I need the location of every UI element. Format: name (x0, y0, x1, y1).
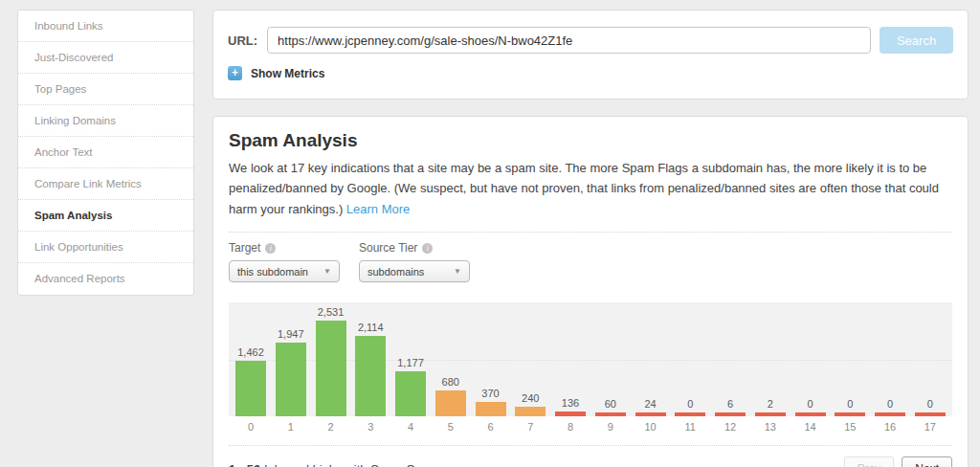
x-tick-label: 11 (675, 421, 705, 433)
chart-bar-group: 0 (675, 398, 705, 416)
chart-bar-group: 680 (435, 376, 466, 416)
x-tick-label: 5 (435, 421, 466, 433)
x-tick-label: 0 (235, 421, 266, 433)
chart-bar-group: 370 (476, 388, 506, 416)
chart-xaxis: 01234567891011121314151617 (229, 421, 952, 433)
plus-icon[interactable]: + (228, 66, 242, 80)
chevron-down-icon: ▼ (323, 267, 331, 276)
chart-bar (915, 412, 946, 416)
chart-bar (235, 361, 266, 416)
chart-bar-group: 2,114 (355, 322, 386, 416)
source-tier-control: Source Tier i subdomains ▼ (359, 241, 470, 282)
chart-bar-group: 240 (515, 392, 546, 416)
x-tick-label: 10 (635, 421, 666, 433)
spam-score-chart: 1,4621,9472,5312,1141,177680370240136602… (229, 302, 952, 416)
sidebar-item-inbound-links[interactable]: Inbound Links (18, 11, 193, 42)
bar-value-label: 370 (481, 388, 499, 399)
show-metrics-toggle[interactable]: Show Metrics (251, 67, 324, 80)
pagination-caption: Inbound Links with Spam Score (264, 462, 439, 467)
target-dropdown[interactable]: this subdomain ▼ (229, 260, 340, 282)
sidebar-item-anchor-text[interactable]: Anchor Text (18, 137, 193, 168)
x-tick-label: 12 (715, 421, 746, 433)
bar-value-label: 136 (562, 397, 579, 409)
bar-value-label: 24 (644, 398, 656, 410)
x-tick-label: 6 (476, 421, 506, 433)
pagination-range: 1 - 50 (229, 462, 260, 467)
source-tier-info-icon[interactable]: i (422, 243, 433, 254)
bar-value-label: 0 (887, 398, 893, 410)
bar-value-label: 2,114 (358, 322, 384, 333)
search-button[interactable]: Search (880, 27, 953, 54)
sidebar-item-spam-analysis[interactable]: Spam Analysis (18, 200, 193, 232)
chart-bar (276, 343, 306, 416)
url-input[interactable] (267, 27, 871, 54)
sidebar-item-just-discovered[interactable]: Just-Discovered (18, 42, 193, 74)
x-tick-label: 2 (316, 421, 346, 433)
chart-bar-group: 6 (715, 398, 746, 416)
x-tick-label: 16 (875, 421, 905, 433)
bar-value-label: 6 (727, 398, 733, 410)
chart-bar (435, 390, 466, 416)
url-search-panel: URL: Search + Show Metrics (212, 10, 969, 100)
learn-more-link[interactable]: Learn More (346, 202, 410, 216)
chart-bar (635, 412, 666, 416)
x-tick-label: 14 (795, 421, 826, 433)
bar-value-label: 1,947 (278, 328, 304, 340)
chart-bar-group: 2 (755, 398, 786, 416)
description-text: We look at 17 key indications that a sit… (229, 158, 958, 219)
bar-value-label: 240 (522, 392, 539, 404)
x-tick-label: 9 (595, 421, 626, 433)
chart-bar-group: 1,462 (235, 346, 266, 416)
chevron-down-icon: ▼ (454, 267, 461, 276)
chart-bar (875, 412, 905, 416)
chart-bar-group: 2,531 (316, 306, 346, 416)
source-tier-dropdown[interactable]: subdomains ▼ (359, 260, 470, 282)
x-tick-label: 8 (555, 421, 586, 433)
next-button[interactable]: Next (902, 456, 952, 467)
chart-bar-group: 1,177 (395, 357, 426, 416)
chart-bar (515, 407, 546, 416)
chart-bar (555, 411, 586, 416)
chart-bar-group: 0 (875, 398, 905, 416)
chart-bar-group: 1,947 (276, 328, 306, 416)
url-label: URL: (228, 33, 257, 48)
bar-value-label: 0 (927, 398, 933, 410)
sidebar-item-top-pages[interactable]: Top Pages (18, 74, 193, 105)
sidebar-item-compare-link-metrics[interactable]: Compare Link Metrics (18, 168, 193, 200)
x-tick-label: 3 (355, 421, 386, 433)
bar-value-label: 2,531 (318, 306, 345, 318)
bar-value-label: 0 (847, 398, 853, 410)
chart-bar (316, 321, 346, 416)
sidebar-item-linking-domains[interactable]: Linking Domains (18, 105, 193, 137)
section-divider (229, 232, 952, 233)
target-info-icon[interactable]: i (265, 243, 276, 254)
bar-value-label: 1,462 (237, 346, 264, 358)
target-control: Target i this subdomain ▼ (229, 241, 340, 282)
x-tick-label: 13 (755, 421, 786, 433)
chart-bar (835, 412, 865, 416)
target-dropdown-value: this subdomain (237, 266, 308, 278)
chart-bar (715, 412, 746, 416)
prev-button[interactable]: Prev (844, 456, 895, 467)
bar-value-label: 2 (768, 398, 773, 410)
x-tick-label: 1 (276, 421, 306, 433)
pagination-status: 1 - 50 Inbound Links with Spam Score (229, 462, 439, 467)
target-label: Target (229, 241, 260, 255)
sidebar: Inbound Links Just-Discovered Top Pages … (17, 10, 194, 296)
bar-value-label: 0 (807, 398, 813, 410)
source-tier-label: Source Tier (359, 241, 417, 255)
sidebar-item-link-opportunities[interactable]: Link Opportunities (18, 232, 193, 263)
description-body: We look at 17 key indications that a sit… (229, 161, 939, 216)
chart-bar (595, 412, 626, 416)
bar-value-label: 60 (605, 398, 616, 410)
page-title: Spam Analysis (229, 130, 952, 151)
chart-bar-group: 0 (795, 398, 826, 416)
sidebar-item-advanced-reports[interactable]: Advanced Reports (18, 263, 193, 295)
chart-bar-group: 0 (835, 398, 865, 416)
source-tier-dropdown-value: subdomains (368, 266, 424, 278)
chart-bar (355, 336, 386, 416)
chart-bar (755, 412, 786, 416)
x-tick-label: 15 (835, 421, 865, 433)
bar-value-label: 680 (442, 376, 459, 388)
chart-bar-group: 136 (555, 397, 586, 416)
